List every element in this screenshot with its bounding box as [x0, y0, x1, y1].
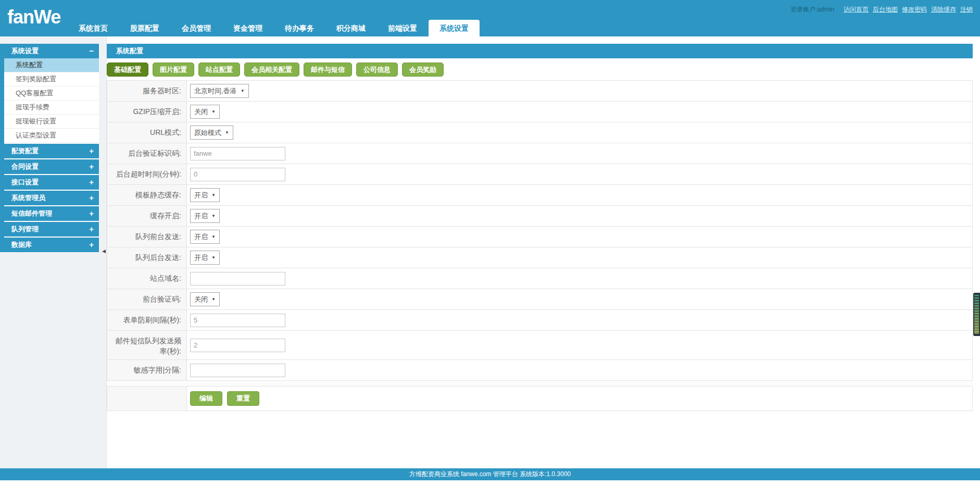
server-timezone-field-cell: 北京时间,香港▼ [187, 81, 972, 101]
gzip-select[interactable]: 关闭▼ [190, 105, 220, 119]
server-timezone-select[interactable]: 北京时间,香港▼ [190, 84, 249, 98]
reset-button[interactable]: 重置 [227, 391, 259, 406]
form-throttle-input[interactable] [190, 314, 285, 327]
sidebar-section-sms-mail-mgmt: 短信邮件管理+ [4, 206, 99, 221]
form-row-url-mode: URL模式:原始模式▼ [107, 122, 972, 143]
tab-company-info[interactable]: 公司信息 [356, 63, 398, 77]
sidebar-section-system-admins: 系统管理员+ [4, 191, 99, 205]
url-mode-select-value: 原始模式 [194, 128, 221, 138]
template-cache-field-cell: 开启▼ [187, 185, 972, 205]
front-captcha-select[interactable]: 关闭▼ [190, 292, 220, 306]
queue-back-send-select-value: 开启 [194, 253, 208, 263]
template-cache-label: 模板静态缓存: [107, 185, 187, 205]
server-timezone-label: 服务器时区: [107, 81, 187, 101]
queue-back-send-select[interactable]: 开启▼ [190, 251, 220, 265]
sensitive-words-label: 敏感字用|分隔: [107, 360, 187, 380]
sidebar-item-auth-type-settings[interactable]: 认证类型设置 [4, 129, 99, 143]
sidebar-item-system-config[interactable]: 系统配置 [4, 58, 99, 72]
tab-member-config[interactable]: 会员相关配置 [244, 63, 299, 77]
queue-front-send-select[interactable]: 开启▼ [190, 230, 220, 244]
app-logo: fanWe [7, 6, 60, 28]
form-row-queue-back-send: 队列后台发送:开启▼ [107, 247, 972, 268]
sidebar-section-label: 合同设置 [11, 159, 39, 174]
edge-minimap-widget[interactable] [973, 293, 980, 336]
queue-send-rate-input[interactable] [190, 339, 285, 352]
nav-member-mgmt[interactable]: 会员管理 [171, 20, 222, 36]
form-row-gzip: GZIP压缩开启:关闭▼ [107, 102, 972, 122]
gzip-select-value: 关闭 [194, 107, 208, 117]
link-visit-home[interactable]: 访问首页 [844, 6, 869, 13]
expand-icon: + [89, 206, 94, 221]
nav-todo-tasks[interactable]: 待办事务 [274, 20, 325, 36]
sensitive-words-input[interactable] [190, 364, 285, 377]
queue-send-rate-field-cell [187, 331, 972, 359]
cache-enabled-select[interactable]: 开启▼ [190, 209, 220, 223]
url-mode-select[interactable]: 原始模式▼ [190, 126, 233, 140]
collapse-icon: − [89, 44, 94, 58]
sidebar-item-withdraw-fee[interactable]: 提现手续费 [4, 101, 99, 115]
sidebar-item-signin-reward-config[interactable]: 签到奖励配置 [4, 72, 99, 86]
sidebar-section-label: 队列管理 [11, 222, 39, 237]
cache-enabled-field-cell: 开启▼ [187, 206, 972, 226]
site-domain-input[interactable] [190, 272, 285, 285]
link-change-password[interactable]: 修改密码 [902, 6, 927, 13]
dropdown-arrow-icon: ▼ [211, 109, 216, 114]
sidebar-section-system-settings: 系统设置−系统配置签到奖励配置QQ客服配置提现手续费提现银行设置认证类型设置 [4, 44, 99, 143]
sidebar-section-header-queue-mgmt[interactable]: 队列管理+ [4, 222, 99, 237]
nav-front-settings[interactable]: 前端设置 [377, 20, 428, 36]
link-clear-cache[interactable]: 清除缓存 [931, 6, 956, 13]
admin-auth-code-input[interactable] [190, 147, 285, 160]
tab-image-config[interactable]: 图片配置 [153, 63, 194, 77]
tab-member-reward[interactable]: 会员奖励 [402, 63, 444, 77]
main-nav: 系统首页股票配置会员管理资金管理待办事务积分商城前端设置系统设置 [68, 20, 480, 36]
nav-home[interactable]: 系统首页 [68, 20, 119, 36]
sidebar-section-allocation-config: 配资配置+ [4, 144, 99, 158]
nav-stock-config[interactable]: 股票配置 [119, 20, 170, 36]
admin-timeout-input[interactable] [190, 168, 285, 181]
tab-site-config[interactable]: 站点配置 [198, 63, 240, 77]
cache-enabled-label: 缓存开启: [107, 206, 187, 226]
dropdown-arrow-icon: ▼ [211, 297, 216, 302]
form-buttons: 编辑重置 [187, 387, 972, 411]
form-row-template-cache: 模板静态缓存:开启▼ [107, 185, 972, 206]
sidebar-section-header-interface-settings[interactable]: 接口设置+ [4, 175, 99, 190]
sidebar-section-queue-mgmt: 队列管理+ [4, 222, 99, 237]
template-cache-select[interactable]: 开启▼ [190, 188, 220, 202]
nav-system-settings[interactable]: 系统设置 [429, 20, 480, 36]
nav-points-mall[interactable]: 积分商城 [325, 20, 376, 36]
nav-fund-mgmt[interactable]: 资金管理 [222, 20, 273, 36]
queue-back-send-label: 队列后台发送: [107, 247, 187, 268]
sidebar-section-header-contract-settings[interactable]: 合同设置+ [4, 159, 99, 174]
header-user-area: 登录账户:admin访问首页后台地图修改密码清除缓存注销 [790, 5, 973, 14]
main-content: 系统配置 基础配置图片配置站点配置会员相关配置邮件与短信公司信息会员奖励 服务器… [106, 36, 980, 468]
tab-mail-sms[interactable]: 邮件与短信 [304, 63, 352, 77]
sidebar-section-interface-settings: 接口设置+ [4, 175, 99, 190]
sidebar-section-header-allocation-config[interactable]: 配资配置+ [4, 144, 99, 158]
config-tabs: 基础配置图片配置站点配置会员相关配置邮件与短信公司信息会员奖励 [107, 63, 973, 77]
edit-button[interactable]: 编辑 [190, 391, 222, 406]
sidebar-section-header-sms-mail-mgmt[interactable]: 短信邮件管理+ [4, 206, 99, 221]
link-admin-map[interactable]: 后台地图 [873, 6, 898, 13]
tab-basic-config[interactable]: 基础配置 [107, 63, 148, 77]
queue-front-send-label: 队列前台发送: [107, 227, 187, 247]
sidebar-section-label: 短信邮件管理 [11, 206, 52, 221]
sidebar-collapse-handle[interactable]: ◀ [102, 248, 106, 254]
sensitive-words-field-cell [187, 360, 972, 380]
form-row-queue-send-rate: 邮件短信队列发送频率(秒): [107, 331, 972, 360]
front-captcha-field-cell: 关闭▼ [187, 289, 972, 309]
queue-front-send-field-cell: 开启▼ [187, 227, 972, 247]
sidebar: 系统设置−系统配置签到奖励配置QQ客服配置提现手续费提现银行设置认证类型设置配资… [0, 36, 106, 468]
sidebar-section-header-database[interactable]: 数据库+ [4, 238, 99, 252]
form-spacer [107, 381, 973, 386]
sidebar-item-withdraw-bank-settings[interactable]: 提现银行设置 [4, 115, 99, 129]
sidebar-section-header-system-settings[interactable]: 系统设置− [4, 44, 99, 58]
expand-icon: + [89, 191, 94, 205]
site-domain-label: 站点域名: [107, 268, 187, 289]
form-row-front-captcha: 前台验证码:关闭▼ [107, 289, 972, 310]
sidebar-section-header-system-admins[interactable]: 系统管理员+ [4, 191, 99, 205]
dropdown-arrow-icon: ▼ [211, 214, 216, 218]
sidebar-item-qq-service-config[interactable]: QQ客服配置 [4, 86, 99, 101]
gzip-field-cell: 关闭▼ [187, 102, 972, 122]
panel-title: 系统配置 [107, 44, 973, 58]
link-logout[interactable]: 注销 [960, 6, 973, 13]
